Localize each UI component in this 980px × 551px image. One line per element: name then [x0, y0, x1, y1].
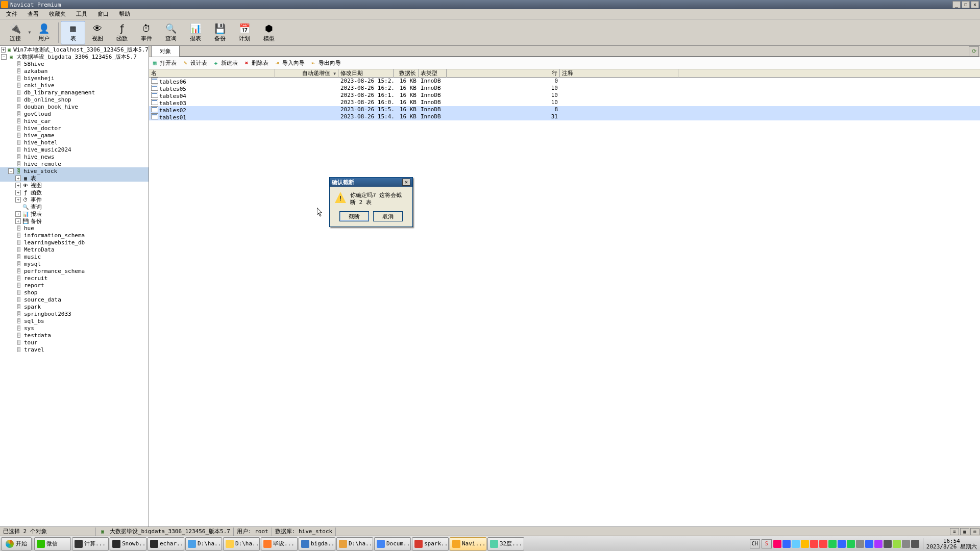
- dialog-close-button[interactable]: ✕: [402, 179, 410, 186]
- dialog-titlebar[interactable]: 确认截断 ✕: [330, 178, 412, 187]
- dialog-message: 你确定吗? 这将会截断 2 表: [350, 192, 407, 206]
- modal-overlay: 确认截断 ✕ 你确定吗? 这将会截断 2 表 截断 取消: [0, 0, 980, 551]
- truncate-button[interactable]: 截断: [339, 211, 369, 221]
- dialog-title: 确认截断: [332, 179, 354, 186]
- warning-icon: [335, 192, 346, 203]
- cancel-button[interactable]: 取消: [373, 211, 403, 221]
- confirm-truncate-dialog: 确认截断 ✕ 你确定吗? 这将会截断 2 表 截断 取消: [329, 177, 413, 227]
